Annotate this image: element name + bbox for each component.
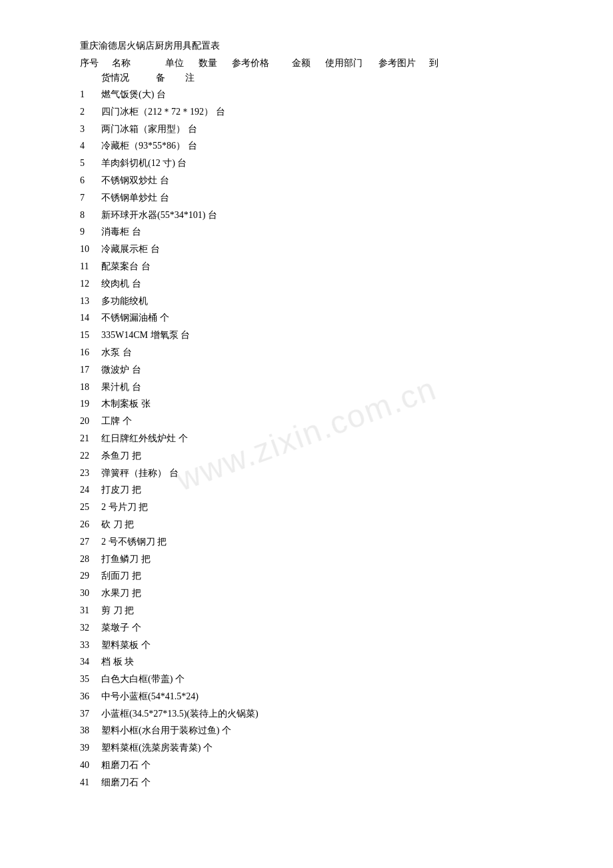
header-seq: 序号	[80, 57, 112, 69]
list-item: 2四门冰柜（212＊72＊192） 台	[80, 104, 560, 120]
item-number: 40	[80, 757, 101, 773]
item-text: 菜墩子 个	[101, 620, 141, 636]
list-item: 4冷藏柜（93*55*86） 台	[80, 138, 560, 154]
list-item: 5羊肉斜切机(12 寸) 台	[80, 155, 560, 171]
list-item: 33塑料菜板 个	[80, 637, 560, 653]
list-item: 41细磨刀石 个	[80, 775, 560, 791]
item-text: 塑料菜板 个	[101, 637, 151, 653]
item-text: 配菜案台 台	[101, 259, 151, 275]
item-number: 8	[80, 207, 101, 223]
item-number: 4	[80, 138, 101, 154]
item-number: 22	[80, 448, 101, 464]
item-text: 小蓝框(34.5*27*13.5)(装待上的火锅菜)	[101, 706, 259, 722]
item-number: 11	[80, 259, 101, 275]
list-item: 34档 板 块	[80, 654, 560, 670]
item-number: 16	[80, 345, 101, 361]
item-text: 四门冰柜（212＊72＊192） 台	[101, 104, 225, 120]
item-text: 红日牌红外线炉灶 个	[101, 431, 188, 447]
item-text: 水果刀 把	[101, 585, 141, 601]
item-number: 13	[80, 293, 101, 309]
list-item: 28打鱼鳞刀 把	[80, 551, 560, 567]
item-text: 不锈钢漏油桶 个	[101, 310, 169, 326]
item-number: 3	[80, 121, 101, 137]
item-text: 羊肉斜切机(12 寸) 台	[101, 155, 187, 171]
list-item: 36中号小蓝框(54*41.5*24)	[80, 689, 560, 705]
item-number: 32	[80, 620, 101, 636]
item-text: 两门冰箱（家用型） 台	[101, 121, 197, 137]
item-number: 18	[80, 379, 101, 395]
item-number: 2	[80, 104, 101, 120]
item-number: 21	[80, 431, 101, 447]
item-text: 果汁机 台	[101, 379, 141, 395]
item-number: 38	[80, 723, 101, 739]
item-text: 杀鱼刀 把	[101, 448, 141, 464]
item-number: 30	[80, 585, 101, 601]
item-text: 工牌 个	[101, 413, 132, 429]
list-item: 35白色大白框(带盖) 个	[80, 671, 560, 687]
list-item: 31剪 刀 把	[80, 603, 560, 619]
header-amount: 金额	[292, 57, 325, 69]
list-item: 18果汁机 台	[80, 379, 560, 395]
item-number: 5	[80, 155, 101, 171]
table-header: 序号 名称 单位 数量 参考价格 金额 使用部门 参考图片 到	[80, 57, 560, 69]
item-text: 冷藏柜（93*55*86） 台	[101, 138, 197, 154]
item-number: 24	[80, 482, 101, 498]
item-number: 39	[80, 740, 101, 756]
item-text: 塑料菜框(洗菜房装青菜) 个	[101, 740, 213, 756]
list-item: 39塑料菜框(洗菜房装青菜) 个	[80, 740, 560, 756]
list-item: 14不锈钢漏油桶 个	[80, 310, 560, 326]
item-text: 砍 刀 把	[101, 517, 134, 533]
item-text: 冷藏展示柜 台	[101, 241, 160, 257]
item-number: 9	[80, 224, 101, 240]
list-item: 9消毒柜 台	[80, 224, 560, 240]
header-arrival: 到	[429, 57, 452, 69]
list-item: 6不锈钢双炒灶 台	[80, 173, 560, 189]
header-dept: 使用部门	[325, 57, 378, 69]
list-item: 24打皮刀 把	[80, 482, 560, 498]
item-number: 26	[80, 517, 101, 533]
list-item: 23弹簧秤（挂称） 台	[80, 465, 560, 481]
list-item: 7不锈钢单炒灶 台	[80, 190, 560, 206]
list-item: 3两门冰箱（家用型） 台	[80, 121, 560, 137]
list-item: 19木制案板 张	[80, 396, 560, 412]
header-qty: 数量	[199, 57, 232, 69]
header-unit: 单位	[165, 57, 199, 69]
header-arrival2	[80, 72, 101, 84]
item-text: 水泵 台	[101, 345, 132, 361]
list-item: 20工牌 个	[80, 413, 560, 429]
item-number: 6	[80, 173, 101, 189]
list-item: 272 号不锈钢刀 把	[80, 534, 560, 550]
list-item: 13多功能绞机	[80, 293, 560, 309]
item-text: 弹簧秤（挂称） 台	[101, 465, 179, 481]
item-number: 20	[80, 413, 101, 429]
item-number: 12	[80, 276, 101, 292]
header-situation: 货情况	[101, 72, 143, 84]
list-item: 32菜墩子 个	[80, 620, 560, 636]
item-text: 消毒柜 台	[101, 224, 141, 240]
item-text: 塑料小框(水台用于装称过鱼) 个	[101, 723, 231, 739]
header-name: 名称	[112, 57, 165, 69]
list-item: 29刮面刀 把	[80, 568, 560, 584]
item-number: 25	[80, 499, 101, 515]
header-price: 参考价格	[232, 57, 292, 69]
item-text: 档 板 块	[101, 654, 134, 670]
item-text: 木制案板 张	[101, 396, 151, 412]
list-item: 17微波炉 台	[80, 362, 560, 378]
header-notes: 注	[185, 72, 208, 84]
list-item: 1燃气饭煲(大) 台	[80, 87, 560, 103]
item-number: 7	[80, 190, 101, 206]
item-text: 粗磨刀石 个	[101, 757, 151, 773]
item-text: 打鱼鳞刀 把	[101, 551, 151, 567]
item-text: 微波炉 台	[101, 362, 141, 378]
list-item: 38塑料小框(水台用于装称过鱼) 个	[80, 723, 560, 739]
item-number: 33	[80, 637, 101, 653]
item-number: 34	[80, 654, 101, 670]
list-item: 30水果刀 把	[80, 585, 560, 601]
list-item: 40粗磨刀石 个	[80, 757, 560, 773]
item-number: 27	[80, 534, 101, 550]
item-text: 2 号片刀 把	[101, 499, 148, 515]
item-number: 10	[80, 241, 101, 257]
item-text: 多功能绞机	[101, 293, 148, 309]
item-number: 36	[80, 689, 101, 705]
item-text: 剪 刀 把	[101, 603, 134, 619]
